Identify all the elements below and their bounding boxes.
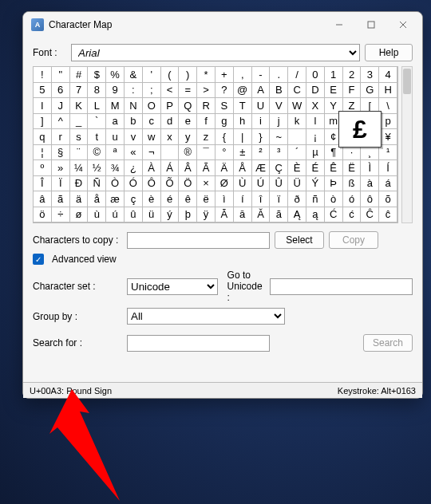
char-cell[interactable]: ù: [88, 207, 106, 223]
char-cell[interactable]: ā: [234, 207, 252, 223]
char-cell[interactable]: x: [161, 129, 180, 145]
char-cell[interactable]: =: [179, 83, 197, 99]
char-cell[interactable]: |: [234, 129, 252, 145]
char-cell[interactable]: ': [143, 67, 161, 83]
char-cell[interactable]: ć: [343, 207, 362, 223]
char-cell[interactable]: þ: [179, 207, 197, 223]
char-cell[interactable]: u: [106, 129, 125, 145]
char-cell[interactable]: D: [306, 83, 325, 99]
char-cell[interactable]: Å: [234, 160, 252, 176]
char-cell[interactable]: ß: [343, 176, 362, 192]
char-cell[interactable]: 5: [34, 83, 52, 99]
char-cell[interactable]: J: [52, 98, 70, 114]
char-cell[interactable]: è: [143, 191, 161, 207]
char-cell[interactable]: 6: [52, 83, 70, 99]
char-cell[interactable]: ü: [143, 207, 161, 223]
char-cell[interactable]: ,: [234, 67, 252, 83]
char-cell[interactable]: b: [125, 114, 143, 130]
char-cell[interactable]: ã: [52, 191, 70, 207]
char-cell[interactable]: Ô: [143, 176, 161, 192]
char-cell[interactable]: Ù: [234, 176, 252, 192]
char-cell[interactable]: ý: [161, 207, 180, 223]
char-cell[interactable]: G: [361, 83, 379, 99]
scrollbar-thumb[interactable]: [403, 69, 411, 94]
char-cell[interactable]: V: [270, 98, 288, 114]
char-cell[interactable]: >: [197, 83, 216, 99]
select-button[interactable]: Select: [275, 231, 324, 249]
char-cell[interactable]: ĉ: [379, 207, 397, 223]
char-cell[interactable]: g: [216, 114, 234, 130]
char-cell[interactable]: é: [161, 191, 180, 207]
char-cell[interactable]: Ĉ: [361, 207, 379, 223]
char-cell[interactable]: ¨: [70, 145, 89, 161]
char-cell[interactable]: B: [270, 83, 288, 99]
char-cell[interactable]: M: [106, 98, 125, 114]
char-cell[interactable]: ú: [106, 207, 125, 223]
char-cell[interactable]: -: [252, 67, 271, 83]
char-cell[interactable]: ¡: [306, 129, 325, 145]
char-cell[interactable]: Í: [379, 160, 397, 176]
char-cell[interactable]: ®: [179, 145, 197, 161]
char-cell[interactable]: K: [70, 98, 89, 114]
char-cell[interactable]: h: [234, 114, 252, 130]
char-cell[interactable]: l: [306, 114, 325, 130]
char-cell[interactable]: a: [106, 114, 125, 130]
char-cell[interactable]: Ä: [216, 160, 234, 176]
char-cell[interactable]: 4: [379, 67, 397, 83]
char-cell[interactable]: ¦: [34, 145, 52, 161]
char-cell[interactable]: &: [125, 67, 143, 83]
char-cell[interactable]: Ñ: [88, 176, 106, 192]
char-cell[interactable]: ÷: [52, 207, 70, 223]
char-cell[interactable]: ­: [161, 145, 180, 161]
char-cell[interactable]: @: [234, 83, 252, 99]
char-cell[interactable]: â: [34, 191, 52, 207]
char-cell[interactable]: ë: [197, 191, 216, 207]
char-cell[interactable]: Ò: [106, 176, 125, 192]
char-cell[interactable]: C: [288, 83, 306, 99]
char-cell[interactable]: (: [161, 67, 180, 83]
char-cell[interactable]: Æ: [252, 160, 271, 176]
grid-scrollbar[interactable]: [401, 66, 413, 223]
char-cell[interactable]: Ó: [125, 176, 143, 192]
char-cell[interactable]: Ý: [306, 176, 325, 192]
char-cell[interactable]: w: [143, 129, 161, 145]
char-cell[interactable]: õ: [379, 191, 397, 207]
char-cell[interactable]: Ö: [179, 176, 197, 192]
char-cell[interactable]: W: [288, 98, 306, 114]
char-cell[interactable]: q: [34, 129, 52, 145]
char-cell[interactable]: È: [288, 160, 306, 176]
char-cell[interactable]: ?: [216, 83, 234, 99]
close-button[interactable]: [387, 14, 419, 36]
char-cell[interactable]: Ā: [216, 207, 234, 223]
char-cell[interactable]: $: [88, 67, 106, 83]
char-cell[interactable]: «: [125, 145, 143, 161]
char-cell[interactable]: ~: [270, 129, 288, 145]
char-cell[interactable]: `: [88, 114, 106, 130]
char-cell[interactable]: 7: [70, 83, 89, 99]
char-cell[interactable]: Q: [179, 98, 197, 114]
char-cell[interactable]: º: [34, 160, 52, 176]
char-cell[interactable]: ă: [270, 207, 288, 223]
char-cell[interactable]: H: [379, 83, 397, 99]
char-cell[interactable]: i: [252, 114, 271, 130]
char-cell[interactable]: à: [361, 176, 379, 192]
char-cell[interactable]: ï: [270, 191, 288, 207]
group-select[interactable]: All: [127, 308, 285, 325]
char-cell[interactable]: ì: [216, 191, 234, 207]
char-cell[interactable]: î: [252, 191, 271, 207]
char-cell[interactable]: #: [70, 67, 89, 83]
advanced-checkbox[interactable]: ✓: [33, 254, 44, 265]
char-cell[interactable]: j: [270, 114, 288, 130]
char-cell[interactable]: ¯: [197, 145, 216, 161]
char-cell[interactable]: å: [88, 191, 106, 207]
goto-unicode-input[interactable]: [270, 278, 413, 295]
char-cell[interactable]: U: [252, 98, 271, 114]
char-cell[interactable]: <: [161, 83, 180, 99]
char-cell[interactable]: Â: [179, 160, 197, 176]
char-cell[interactable]: .: [270, 67, 288, 83]
char-cell[interactable]: s: [70, 129, 89, 145]
char-cell[interactable]: ¿: [125, 160, 143, 176]
char-cell[interactable]: Þ: [325, 176, 343, 192]
char-cell[interactable]: û: [125, 207, 143, 223]
char-cell[interactable]: d: [161, 114, 180, 130]
